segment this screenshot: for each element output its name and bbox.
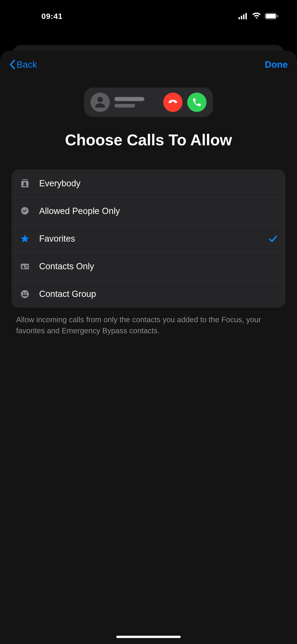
svg-rect-2 (243, 14, 244, 19)
accept-call-icon (187, 92, 206, 112)
svg-rect-5 (266, 14, 276, 18)
footer-note: Allow incoming calls from only the conta… (16, 314, 281, 336)
id-card-icon (19, 261, 30, 272)
wifi-icon (252, 13, 261, 20)
screen: 09:41 Back Done (0, 0, 297, 644)
placeholder-line (114, 97, 144, 101)
option-contacts-only[interactable]: Contacts Only (12, 252, 286, 280)
svg-rect-1 (241, 16, 242, 19)
option-everybody[interactable]: Everybody (12, 170, 286, 197)
star-icon (19, 233, 30, 244)
seal-check-icon (19, 206, 30, 217)
status-time: 09:41 (42, 12, 62, 21)
modal-sheet: Back Done Choose Calls To All (0, 51, 297, 644)
svg-rect-3 (246, 13, 247, 19)
call-preview (84, 88, 213, 117)
done-button[interactable]: Done (265, 60, 288, 70)
group-icon (19, 288, 30, 300)
svg-rect-6 (277, 15, 278, 17)
back-button[interactable]: Back (9, 60, 37, 70)
option-label: Everybody (39, 178, 278, 188)
svg-rect-0 (238, 17, 240, 19)
options-list: Everybody Allowed People Only Favorites (12, 170, 286, 308)
cellular-icon (238, 13, 248, 19)
option-label: Allowed People Only (39, 206, 278, 216)
chevron-left-icon (9, 60, 16, 70)
option-label: Contacts Only (39, 262, 278, 271)
status-icons-group (238, 13, 278, 20)
page-title: Choose Calls To Allow (65, 131, 232, 149)
option-favorites[interactable]: Favorites (12, 225, 286, 252)
option-label: Contact Group (39, 289, 278, 299)
contacts-icon (19, 178, 30, 189)
decline-call-icon (163, 92, 182, 112)
option-label: Favorites (39, 234, 268, 244)
option-contact-group[interactable]: Contact Group (12, 280, 286, 308)
status-bar: 09:41 (0, 0, 297, 32)
home-indicator[interactable] (116, 636, 181, 638)
placeholder-line (114, 104, 135, 108)
nav-bar: Back Done (0, 51, 297, 78)
option-allowed-people[interactable]: Allowed People Only (12, 197, 286, 225)
caller-avatar-icon (90, 92, 110, 112)
hero: Choose Calls To Allow (0, 88, 297, 149)
caller-name-placeholder (114, 97, 159, 108)
checkmark-icon (268, 234, 278, 244)
back-label: Back (16, 60, 37, 70)
battery-icon (265, 13, 278, 19)
